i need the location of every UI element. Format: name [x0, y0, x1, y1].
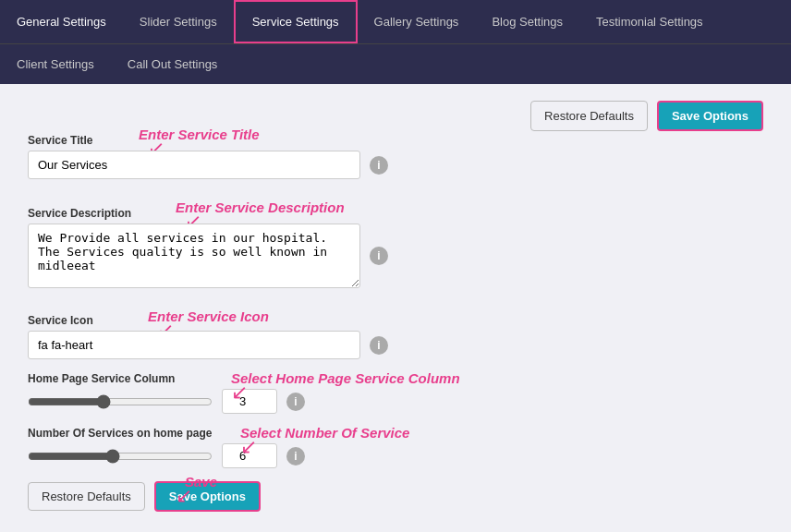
service-number-group: Number Of Services on home page Select N… — [28, 427, 763, 468]
tab-general-settings[interactable]: General Settings — [0, 0, 123, 43]
tab-service-settings[interactable]: Service Settings — [234, 0, 358, 43]
service-icon-label: Service Icon — [28, 314, 763, 327]
service-icon-row: i — [28, 331, 763, 359]
tab-blog-settings[interactable]: Blog Settings — [475, 0, 579, 43]
service-desc-row: We Provide all services in our hospital.… — [28, 224, 763, 288]
service-desc-input[interactable]: We Provide all services in our hospital.… — [28, 224, 360, 288]
service-column-annotation: Select Home Page Service Column ↙ — [231, 370, 460, 403]
restore-defaults-button-top[interactable]: Restore Defaults — [530, 101, 648, 131]
service-icon-input[interactable] — [28, 331, 360, 359]
top-action-buttons: Restore Defaults Save Options — [530, 101, 763, 131]
tab-slider-settings[interactable]: Slider Settings — [123, 0, 234, 43]
service-number-annotation: Select Number Of Service ↙ — [240, 425, 409, 457]
service-title-row: i — [28, 151, 763, 179]
service-desc-info-icon[interactable]: i — [370, 247, 388, 265]
main-content: Restore Defaults Save Options Enter Serv… — [0, 84, 791, 532]
tab-gallery-settings[interactable]: Gallery Settings — [358, 0, 476, 43]
save-annotation: Save ↙ — [185, 474, 217, 506]
tab-callout-settings[interactable]: Call Out Settings — [111, 44, 235, 84]
service-title-input[interactable] — [28, 151, 360, 179]
service-column-group: Home Page Service Column Select Home Pag… — [28, 372, 763, 414]
service-desc-label: Service Description — [28, 207, 763, 220]
nav-tabs-row1: General Settings Slider Settings Service… — [0, 0, 791, 43]
restore-defaults-button-bottom[interactable]: Restore Defaults — [28, 482, 145, 511]
service-number-slider[interactable] — [28, 449, 213, 464]
service-title-info-icon[interactable]: i — [370, 156, 388, 175]
nav-tabs-row2: Client Settings Call Out Settings — [0, 43, 791, 84]
tab-client-settings[interactable]: Client Settings — [0, 44, 111, 84]
service-icon-info-icon[interactable]: i — [370, 336, 388, 355]
service-column-slider[interactable] — [28, 394, 213, 409]
service-title-label: Service Title — [28, 134, 763, 147]
save-options-button-top[interactable]: Save Options — [657, 101, 763, 131]
tab-testimonial-settings[interactable]: Testimonial Settings — [579, 0, 720, 43]
